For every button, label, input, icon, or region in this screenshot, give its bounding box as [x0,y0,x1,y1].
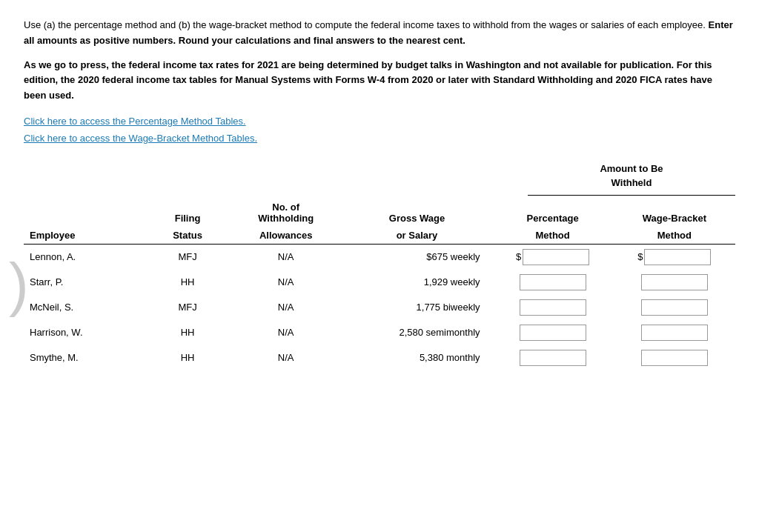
employee-name: Harrison, W. [24,320,145,345]
employee-name: McNeil, S. [24,295,145,320]
wage-bracket-method-input[interactable] [641,325,708,341]
withholding-allowances: N/A [230,320,342,345]
header-percentage: Percentage [492,199,614,227]
percentage-method-input[interactable] [520,274,586,290]
table-row: Harrison, W.HHN/A2,580 semimonthly [24,320,735,345]
column-header-row-bottom: Employee Status Allowances or Salary Met… [24,227,735,245]
header-wage-bracket: Wage-Bracket [614,199,735,227]
employee-name: Lennon, A. [24,245,145,270]
intro-paragraph2: As we go to press, the federal income ta… [24,59,712,102]
wage-bracket-method-input[interactable] [641,350,708,366]
percentage-method-input-cell [492,295,614,320]
percentage-method-input[interactable] [520,350,586,366]
wage-bracket-method-input-cell [614,345,735,370]
gross-wage: $675 weekly [342,245,491,270]
header-status-label: Status [145,227,230,245]
filing-status: HH [145,320,230,345]
filing-status: HH [145,345,230,370]
percentage-method-input-cell: $ [492,245,614,270]
header-employee [24,199,145,227]
header-employee-label: Employee [24,227,145,245]
left-bracket-decoration: ) [9,250,29,319]
header-method-label-2: Method [614,227,735,245]
wage-bracket-method-input-cell [614,320,735,345]
employee-name: Smythe, M. [24,345,145,370]
withholding-allowances: N/A [230,295,342,320]
gross-wage: 2,580 semimonthly [342,320,491,345]
percentage-method-input-cell [492,345,614,370]
gross-wage: 1,775 biweekly [342,295,491,320]
percentage-method-input-cell [492,320,614,345]
percentage-method-link[interactable]: Click here to access the Percentage Meth… [24,116,735,127]
wage-bracket-method-input[interactable] [644,249,711,265]
filing-status: MFJ [145,295,230,320]
wage-bracket-method-input[interactable] [641,274,708,290]
dollar-sign-wage-bracket: $ [637,251,643,262]
withholding-allowances: N/A [230,345,342,370]
wage-bracket-method-input[interactable] [641,299,708,316]
header-withholding: No. of Withholding [230,199,342,227]
amount-withheld-header: Amount to Be Withheld [528,162,735,196]
table-row: Smythe, M.HHN/A5,380 monthly [24,345,735,370]
percentage-method-input-cell [492,270,614,295]
header-allowances-label: Allowances [230,227,342,245]
percentage-method-input[interactable] [520,325,586,341]
column-header-row-top: Filing No. of Withholding Gross Wage Per… [24,199,735,227]
withholding-allowances: N/A [230,270,342,295]
header-or-salary-label: or Salary [342,227,491,245]
wage-bracket-method-input-cell [614,270,735,295]
withholding-allowances: N/A [230,245,342,270]
wage-bracket-method-input-cell: $ [614,245,735,270]
table-row: Lennon, A.MFJN/A$675 weekly$$ [24,245,735,270]
filing-status: HH [145,270,230,295]
wage-bracket-method-link[interactable]: Click here to access the Wage-Bracket Me… [24,133,735,144]
filing-status: MFJ [145,245,230,270]
percentage-method-input[interactable] [523,249,589,265]
header-gross: Gross Wage [342,199,491,227]
table-row: McNeil, S.MFJN/A1,775 biweekly [24,295,735,320]
wage-bracket-method-input-cell [614,295,735,320]
employee-name: Starr, P. [24,270,145,295]
intro-paragraph1-normal: Use (a) the percentage method and (b) th… [24,19,709,30]
percentage-method-input[interactable] [520,299,586,316]
dollar-sign-percentage: $ [516,251,521,262]
table-row: Starr, P.HHN/A1,929 weekly [24,270,735,295]
gross-wage: 1,929 weekly [342,270,491,295]
header-method-label-1: Method [492,227,614,245]
gross-wage: 5,380 monthly [342,345,491,370]
header-filing: Filing [145,199,230,227]
